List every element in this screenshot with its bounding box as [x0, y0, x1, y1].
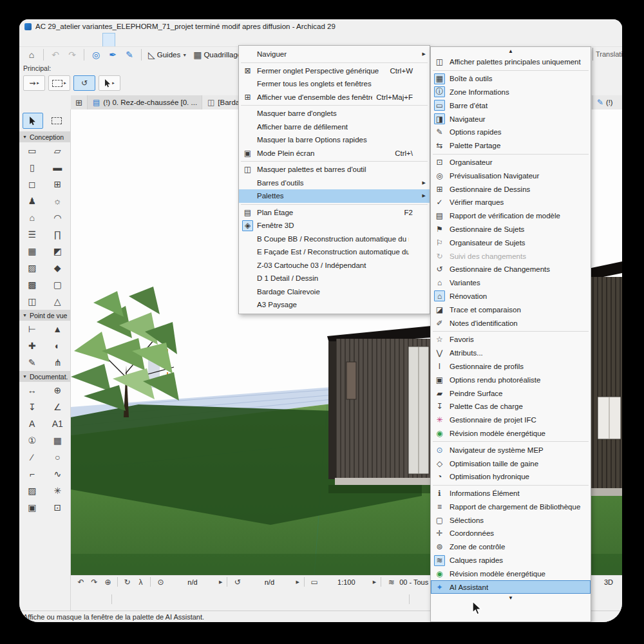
scroll-up-icon[interactable]: ▲ [431, 47, 591, 55]
menu-item[interactable]: A3 Paysage ▶ [239, 298, 430, 312]
menu-bar-item[interactable] [45, 33, 57, 46]
tool-morph-button[interactable]: ◆ [46, 260, 69, 276]
submenu-item[interactable]: ≋ Calques rapides [431, 554, 591, 567]
zoom-value-dropdown[interactable]: ⊙ n/d ▶ [154, 576, 231, 588]
tool-railing-button[interactable]: ∏ [46, 226, 69, 243]
submenu-item[interactable]: ◉ Révision modèle énergétique [431, 567, 591, 580]
tool-curtain-wall-button[interactable]: ▦ [21, 243, 44, 260]
menu-item[interactable]: ◫ Masquer palettes et barres d'outil ▶ [239, 163, 430, 176]
favorites-save-icon[interactable] [294, 594, 305, 605]
menu-item[interactable]: ▤ Plan Étage F2 ▶ [239, 206, 430, 220]
submenu-item[interactable]: ✦ AI Assistant [431, 580, 591, 594]
submenu-item[interactable]: ✐ Notes d'identification [431, 316, 591, 330]
tool-shell-button[interactable]: ◠ [46, 209, 69, 226]
scroll-down-icon[interactable]: ▼ [431, 594, 591, 602]
schedules-icon[interactable] [333, 594, 344, 605]
submenu-item[interactable]: ✳ Gestionnaire de projet IFC [431, 413, 591, 427]
submenu-item[interactable]: ≡ Rapport de chargement de Bibliothèque [431, 500, 591, 514]
submenu-item[interactable]: ✎ Options rapides [431, 126, 591, 139]
submenu-item[interactable]: ◔ Optimisation hydronique [431, 470, 591, 484]
tool-stair-button[interactable]: ☰ [21, 226, 44, 243]
tool-text-button[interactable]: A [21, 415, 44, 432]
submenu-item[interactable]: ◇ Optimisation taille de gaine [431, 457, 591, 470]
submenu-item[interactable]: ▣ Options rendu photoréaliste [431, 373, 591, 386]
submenu-item[interactable]: ⊙ Navigateur de système MEP [431, 443, 591, 457]
menu-bar-item[interactable] [80, 33, 91, 46]
menu-item[interactable]: E Façade Est / Reconstruction automatiqu… [239, 245, 430, 259]
surfaces-icon[interactable] [178, 594, 189, 605]
menu-item[interactable]: Fermer tous les onglets et fenêtres ▶ [239, 77, 430, 91]
split-view-icon[interactable] [140, 594, 151, 605]
redo-icon[interactable]: ↷ [65, 48, 79, 62]
arrow-tool-button[interactable]: ▸ [99, 75, 120, 91]
submenu-item[interactable]: ⇆ Palette Partage [431, 139, 591, 153]
submenu-item[interactable]: Ι Gestionnaire de profils [431, 360, 591, 374]
tool-drawing-button[interactable]: ⊡ [46, 499, 69, 516]
menu-bar-item[interactable] [57, 33, 68, 46]
select-arrow-tool[interactable] [23, 113, 43, 129]
pick-parameters-icon[interactable]: ✒ [106, 48, 120, 62]
submenu-item[interactable]: ▭ Barre d'état [431, 99, 591, 112]
menu-item[interactable]: Bardage Clairevoie ▶ [239, 285, 430, 299]
tool-interior-elevation-button[interactable]: ✚ [21, 337, 44, 354]
rotate-tool-button[interactable]: ↺ [73, 75, 95, 91]
submenu-item[interactable]: ☆ Favoris [431, 333, 591, 346]
pet-arrow-button[interactable]: ⇝▸ [23, 75, 45, 91]
submenu-item[interactable]: ▤ Rapport de vérification de modèle [431, 209, 591, 223]
menu-bar-item[interactable] [115, 33, 126, 46]
guides-dropdown[interactable]: ◺ Guides ▼ [146, 48, 189, 62]
tool-hatch-button[interactable]: ▨ [21, 482, 44, 499]
marquee-method-button[interactable]: ▸ [48, 75, 70, 91]
tool-worksheet-button[interactable]: ✎ [21, 354, 44, 371]
submenu-item[interactable]: ℹ Informations Élément [431, 487, 591, 500]
tool-zone-button[interactable]: ▨ [21, 260, 44, 276]
tab-overview-icon[interactable]: ⊞ [71, 95, 88, 109]
tool-slab-button[interactable]: ▱ [46, 142, 69, 159]
composites-icon[interactable] [217, 594, 228, 605]
tool-zone-stamp-button[interactable]: ① [21, 432, 44, 449]
menu-item[interactable]: D 1 Detail / Dessin ▶ [239, 272, 430, 285]
menu-item[interactable]: ⊠ Fermer onglet Perspective générique Ct… [239, 64, 430, 78]
tool-truss-button[interactable]: △ [46, 293, 69, 310]
pens-icon[interactable] [256, 594, 267, 605]
inject-parameters-icon[interactable]: ✎ [122, 48, 137, 62]
tool-object-button[interactable]: ♟ [21, 193, 44, 209]
tool-skylight-button[interactable]: ◩ [46, 243, 69, 260]
menu-item[interactable]: ⊞ Afficher vue d'ensemble des fenêtres C… [239, 91, 430, 104]
menu-bar-item[interactable] [33, 33, 45, 46]
menu-item[interactable]: Naviguer ▶ [239, 48, 430, 61]
menu-bar-item[interactable] [68, 33, 80, 46]
tool-figure-button[interactable]: ▣ [21, 499, 44, 516]
submenu-item[interactable]: ↺ Gestionnaire de Changements [431, 263, 591, 276]
show-selection-icon[interactable] [418, 594, 429, 605]
submenu-item[interactable]: ⌂ Variantes [431, 276, 591, 290]
tool-column-button[interactable]: ▯ [21, 159, 44, 176]
scale-dropdown[interactable]: ▭ 1:100 ▶ [308, 576, 384, 588]
tool-beam-button[interactable]: ▬ [46, 159, 69, 176]
next-view-icon[interactable]: ↷ [88, 576, 100, 588]
tool-radial-dimension-button[interactable]: ⊕ [46, 382, 69, 399]
submenu-item[interactable]: ▦ Boîte à outils [431, 72, 591, 86]
submenu-item[interactable]: ⌂ Rénovation [431, 290, 591, 303]
tool-mesh-button[interactable]: ▩ [21, 276, 44, 293]
submenu-item[interactable]: ▰ Peindre Surface [431, 386, 591, 400]
menu-item[interactable]: Z-03 Cartouche 03 / Indépendant ▶ [239, 259, 430, 272]
find-select-icon[interactable]: ◎ [89, 48, 103, 62]
menu-bar-item[interactable] [22, 33, 33, 46]
tool-door-button[interactable]: ◻ [21, 176, 44, 193]
tool-elevation-button[interactable]: ▲ [46, 321, 69, 337]
tool-wall-button[interactable]: ▭ [21, 142, 44, 159]
section-conception[interactable]: ▼ Conception [19, 131, 70, 142]
tool-equipment-button[interactable]: ◫ [21, 293, 44, 310]
tool-dimension-button[interactable]: ↔ [21, 382, 44, 399]
submenu-item[interactable]: ⚐ Organisateur de Sujets [431, 236, 591, 249]
tool-roof-button[interactable]: ⌂ [21, 209, 44, 226]
profiles-icon[interactable] [314, 594, 325, 605]
submenu-item[interactable]: ⊞ Gestionnaire de Dessins [431, 182, 591, 196]
submenu-item[interactable]: ◫ Afficher palettes principales uniqueme… [431, 55, 591, 69]
fills-icon[interactable] [236, 594, 247, 605]
undo-icon[interactable]: ↶ [48, 48, 62, 62]
submenu-item[interactable]: ⓘ Zone Informations [431, 86, 591, 99]
menu-item[interactable]: Masquer la barre Options rapides ▶ [239, 133, 430, 147]
menu-item[interactable]: ◈ Fenêtre 3D ▶ [239, 219, 430, 232]
